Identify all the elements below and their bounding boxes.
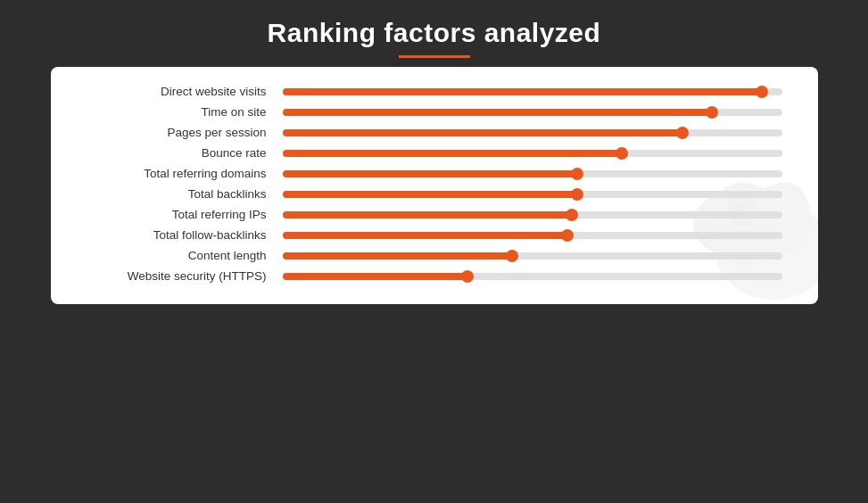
row-label: Total follow-backlinks: [87, 228, 283, 242]
bar-dot: [706, 106, 718, 119]
page-title: Ranking factors analyzed: [268, 18, 601, 48]
chart-row: Pages per session: [87, 126, 782, 139]
bar-track: [283, 273, 782, 280]
title-underline: [399, 55, 470, 58]
row-label: Total referring domains: [87, 167, 283, 180]
row-label: Website security (HTTPS): [87, 269, 283, 283]
bar-track: [283, 88, 782, 95]
bar-track: [283, 252, 782, 260]
bar-track: [283, 211, 782, 219]
title-section: Ranking factors analyzed: [268, 18, 601, 58]
bar-dot: [566, 209, 578, 221]
row-label: Total backlinks: [87, 187, 283, 201]
bar-track: [283, 129, 782, 136]
row-label: Time on site: [87, 105, 283, 119]
row-label: Direct website visits: [87, 85, 283, 98]
bar-dot: [506, 250, 518, 262]
bar-dot: [461, 270, 474, 283]
chart-row: Direct website visits: [87, 85, 782, 98]
row-label: Total referring IPs: [87, 208, 283, 221]
chart-row: Time on site: [87, 105, 782, 119]
chart-card: Direct website visitsTime on sitePages p…: [51, 67, 818, 304]
bar-fill: [283, 232, 567, 239]
bar-fill: [283, 211, 573, 219]
bar-track: [283, 191, 782, 198]
bar-fill: [283, 170, 577, 177]
bar-fill: [283, 88, 763, 95]
bar-fill: [283, 273, 467, 280]
bar-dot: [756, 86, 768, 98]
bar-fill: [283, 150, 623, 157]
bar-fill: [283, 191, 577, 198]
svg-point-3: [733, 202, 742, 210]
bar-dot: [571, 188, 583, 201]
bar-track: [283, 109, 782, 116]
bar-dot: [616, 147, 628, 160]
bar-fill: [283, 109, 713, 116]
row-label: Content length: [87, 249, 283, 262]
row-label: Pages per session: [87, 126, 283, 139]
bar-track: [283, 170, 782, 177]
bar-track: [283, 150, 782, 157]
bar-track: [283, 232, 782, 239]
page-wrapper: Ranking factors analyzed Direct website …: [0, 0, 868, 503]
bar-fill: [283, 252, 513, 260]
bar-dot: [676, 127, 689, 139]
bar-dot: [561, 229, 574, 242]
bar-dot: [571, 168, 583, 180]
bar-fill: [283, 129, 682, 136]
row-label: Bounce rate: [87, 146, 283, 160]
